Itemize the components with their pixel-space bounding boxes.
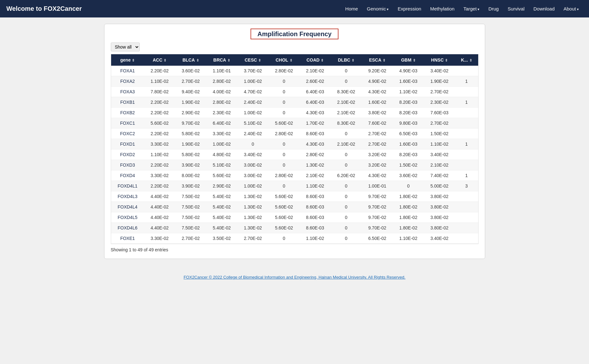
value-cell: 0 xyxy=(268,160,299,170)
gene-cell: FOXE1 xyxy=(111,233,144,244)
value-cell: 4.90E-03 xyxy=(393,66,424,76)
value-cell: 0 xyxy=(268,76,299,87)
nav-link-methylation[interactable]: Methylation xyxy=(426,3,458,14)
value-cell: 1.80E-02 xyxy=(393,191,424,202)
table-row: FOXD4L64.40E-027.50E-025.40E-021.30E-025… xyxy=(111,223,478,233)
value-cell: 8.60E-03 xyxy=(299,202,331,212)
value-cell: 1.10E-02 xyxy=(299,233,331,244)
value-cell: 3.80E-02 xyxy=(424,212,455,223)
table-row: FOXD4L12.20E-023.90E-022.90E-021.00E-020… xyxy=(111,181,478,191)
value-cell: 3.50E-02 xyxy=(206,233,238,244)
table-body: FOXA12.20E-023.60E-021.10E-013.70E-022.8… xyxy=(111,66,478,244)
gene-cell: FOXD4L5 xyxy=(111,212,144,223)
gene-cell: FOXB2 xyxy=(111,108,144,118)
value-cell xyxy=(455,129,478,139)
value-cell: 1.60E-03 xyxy=(393,139,424,149)
gene-cell: FOXD3 xyxy=(111,160,144,170)
value-cell: 8.20E-03 xyxy=(393,108,424,118)
value-cell: 4.40E-02 xyxy=(144,223,175,233)
value-cell: 6.50E-03 xyxy=(393,129,424,139)
value-cell: 3.20E-02 xyxy=(362,160,393,170)
value-cell: 4.70E-02 xyxy=(237,87,268,97)
nav-link-about[interactable]: About xyxy=(560,3,583,14)
nav-links: HomeGenomicExpressionMethylationTargetDr… xyxy=(341,3,583,14)
value-cell: 5.10E-02 xyxy=(206,160,238,170)
value-cell: 2.20E-02 xyxy=(144,97,175,108)
value-cell: 0 xyxy=(268,97,299,108)
value-cell: 5.80E-02 xyxy=(175,149,206,160)
value-cell: 9.20E-02 xyxy=(362,66,393,76)
value-cell: 1.10E-02 xyxy=(144,76,175,87)
table-row: FOXD32.20E-023.90E-025.10E-023.00E-0201.… xyxy=(111,160,478,170)
value-cell: 2.70E-02 xyxy=(175,76,206,87)
value-cell: 0 xyxy=(331,66,362,76)
table-row: FOXD43.30E-028.00E-025.60E-023.00E-022.8… xyxy=(111,170,478,181)
col-header-brca[interactable]: BRCA⇕ xyxy=(206,54,238,66)
col-header-cesc[interactable]: CESC⇕ xyxy=(237,54,268,66)
value-cell: 3.90E-02 xyxy=(175,181,206,191)
value-cell: 3.30E-02 xyxy=(144,139,175,149)
col-header-blca[interactable]: BLCA⇕ xyxy=(175,54,206,66)
value-cell: 3 xyxy=(455,181,478,191)
nav-link-target[interactable]: Target xyxy=(459,3,483,14)
value-cell: 3.40E-02 xyxy=(237,149,268,160)
nav-link-expression[interactable]: Expression xyxy=(394,3,425,14)
value-cell: 3.40E-02 xyxy=(424,233,455,244)
value-cell: 4.80E-02 xyxy=(206,149,238,160)
table-row: FOXA37.80E-029.40E-024.00E-024.70E-0206.… xyxy=(111,87,478,97)
col-header-esca[interactable]: ESCA⇕ xyxy=(362,54,393,66)
table-wrapper[interactable]: gene⇕ACC⇕BLCA⇕BRCA⇕CESC⇕CHOL⇕COAD⇕DLBC⇕E… xyxy=(111,54,479,244)
value-cell xyxy=(455,212,478,223)
value-cell: 8.30E-02 xyxy=(331,118,362,129)
value-cell: 3.80E-02 xyxy=(424,202,455,212)
navbar: Welcome to FOX2Cancer HomeGenomicExpress… xyxy=(0,0,589,17)
value-cell: 1 xyxy=(455,170,478,181)
table-row: FOXB12.20E-021.90E-022.80E-022.40E-0206.… xyxy=(111,97,478,108)
value-cell: 0 xyxy=(331,212,362,223)
value-cell: 0 xyxy=(331,76,362,87)
value-cell: 6.20E-02 xyxy=(331,170,362,181)
value-cell: 2.10E-02 xyxy=(331,108,362,118)
value-cell: 9.70E-02 xyxy=(362,223,393,233)
value-cell: 9.70E-02 xyxy=(175,118,206,129)
value-cell: 9.70E-02 xyxy=(362,212,393,223)
nav-link-genomic[interactable]: Genomic xyxy=(363,3,392,14)
col-header-gene[interactable]: gene⇕ xyxy=(111,54,144,66)
footer-link[interactable]: FOX2Cancer © 2022 College of Biomedical … xyxy=(184,275,405,280)
value-cell: 1.00E-02 xyxy=(237,108,268,118)
value-cell: 5.60E-02 xyxy=(268,191,299,202)
value-cell: 2.70E-02 xyxy=(362,139,393,149)
value-cell: 2.10E-02 xyxy=(299,66,331,76)
show-all-select[interactable]: Show all102550 xyxy=(111,43,140,51)
col-header-dlbc[interactable]: DLBC⇕ xyxy=(331,54,362,66)
value-cell: 1.00E-02 xyxy=(237,76,268,87)
value-cell: 1.10E-02 xyxy=(299,181,331,191)
value-cell: 2.30E-02 xyxy=(206,108,238,118)
nav-link-drug[interactable]: Drug xyxy=(485,3,503,14)
main-content: Amplification Frequency Show all102550 g… xyxy=(104,24,485,259)
table-row: FOXE13.30E-022.70E-023.50E-022.70E-0201.… xyxy=(111,233,478,244)
value-cell: 7.50E-02 xyxy=(175,223,206,233)
value-cell: 2.20E-02 xyxy=(144,66,175,76)
col-header-hnsc[interactable]: HNSC⇕ xyxy=(424,54,455,66)
value-cell: 0 xyxy=(331,149,362,160)
table-row: FOXD21.10E-025.80E-024.80E-023.40E-0202.… xyxy=(111,149,478,160)
value-cell: 6.40E-02 xyxy=(206,118,238,129)
value-cell: 8.20E-03 xyxy=(393,97,424,108)
col-header-coad[interactable]: COAD⇕ xyxy=(299,54,331,66)
value-cell: 2.80E-02 xyxy=(268,170,299,181)
value-cell: 3.30E-02 xyxy=(144,170,175,181)
col-header-k[interactable]: K...⇕ xyxy=(455,54,478,66)
nav-link-survival[interactable]: Survival xyxy=(504,3,528,14)
gene-cell: FOXD4L4 xyxy=(111,202,144,212)
col-header-gbm[interactable]: GBM⇕ xyxy=(393,54,424,66)
col-header-chol[interactable]: CHOL⇕ xyxy=(268,54,299,66)
nav-link-download[interactable]: Download xyxy=(530,3,559,14)
gene-cell: FOXD1 xyxy=(111,139,144,149)
value-cell: 2.10E-02 xyxy=(331,97,362,108)
value-cell: 5.60E-02 xyxy=(268,223,299,233)
value-cell: 3.80E-02 xyxy=(424,223,455,233)
col-header-acc[interactable]: ACC⇕ xyxy=(144,54,175,66)
nav-link-home[interactable]: Home xyxy=(341,3,362,14)
value-cell: 3.00E-02 xyxy=(237,170,268,181)
